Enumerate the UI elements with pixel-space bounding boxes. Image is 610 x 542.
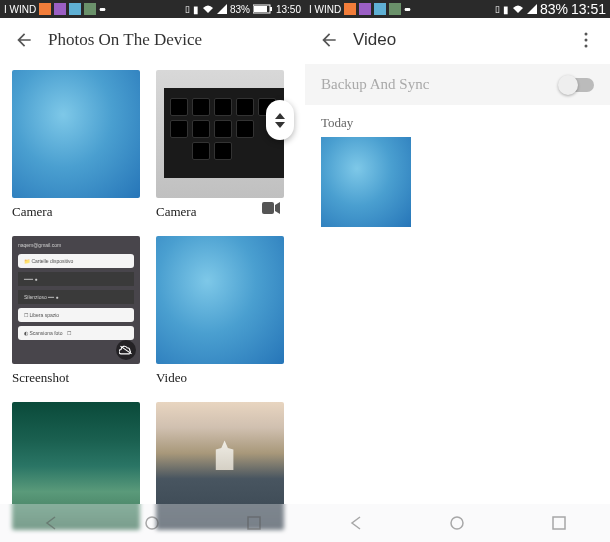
nfc-icon: ▯ (495, 4, 500, 14)
battery-percent: 83% (230, 4, 250, 15)
nav-recent-button[interactable] (539, 509, 579, 537)
video-badge-icon (262, 202, 280, 216)
clock: 13:51 (571, 1, 606, 17)
svg-rect-3 (262, 202, 274, 214)
svg-point-8 (585, 45, 588, 48)
chevron-down-icon (275, 122, 285, 128)
nav-home-button[interactable] (132, 509, 172, 537)
album-label: Screenshot (12, 370, 140, 386)
nav-back-button[interactable] (31, 509, 71, 537)
wifi-icon (512, 4, 524, 14)
vibrate-icon: ▮ (503, 4, 509, 15)
app-icon (54, 3, 66, 15)
album-thumbnail (156, 70, 284, 198)
app-icon (84, 3, 96, 15)
album-item[interactable]: Camera (156, 70, 284, 220)
more-notifications-icon: ••• (99, 4, 104, 15)
app-icon (344, 3, 356, 15)
navigation-bar (0, 504, 305, 542)
battery-icon (253, 4, 273, 14)
svg-point-7 (585, 39, 588, 42)
carrier-label: I WIND (309, 4, 341, 15)
carrier-label: I WIND (4, 4, 36, 15)
cloud-off-icon (116, 340, 136, 360)
app-bar: Photos On The Device (0, 18, 305, 62)
phone-right: I WIND ••• ▯ ▮ 83% 13:51 Video (305, 0, 610, 542)
app-icon (389, 3, 401, 15)
album-grid-container: Camera (0, 62, 305, 538)
back-button[interactable] (313, 24, 345, 56)
app-icon (374, 3, 386, 15)
more-vertical-icon (584, 32, 588, 48)
backup-sync-toggle[interactable] (560, 78, 594, 92)
nav-home-button[interactable] (437, 509, 477, 537)
svg-point-4 (146, 517, 158, 529)
backup-sync-label: Backup And Sync (321, 76, 429, 93)
vibrate-icon: ▮ (193, 4, 199, 15)
status-bar: I WIND ••• ▯ ▮ 83% 13:50 (0, 0, 305, 18)
navigation-bar (305, 504, 610, 542)
svg-rect-2 (270, 7, 272, 11)
more-notifications-icon: ••• (404, 4, 409, 15)
nfc-icon: ▯ (185, 4, 190, 14)
album-label: Video (156, 370, 284, 386)
album-item[interactable]: naqem@gmail.com 📁 Cartelle dispositivo ━… (12, 236, 140, 386)
album-thumbnail: naqem@gmail.com 📁 Cartelle dispositivo ━… (12, 236, 140, 364)
app-icon (69, 3, 81, 15)
video-thumbnail[interactable] (321, 137, 411, 227)
album-grid: Camera (12, 70, 293, 530)
page-title: Photos On The Device (48, 30, 202, 50)
svg-point-6 (585, 33, 588, 36)
album-thumbnail (156, 236, 284, 364)
svg-point-9 (451, 517, 463, 529)
album-item[interactable]: Video (156, 236, 284, 386)
backup-sync-row: Backup And Sync (305, 64, 610, 105)
app-bar: Video (305, 18, 610, 62)
battery-percent: 83% (540, 1, 568, 17)
svg-rect-5 (248, 517, 260, 529)
album-thumbnail (12, 70, 140, 198)
back-button[interactable] (8, 24, 40, 56)
album-label: Camera (12, 204, 140, 220)
app-icon (359, 3, 371, 15)
album-label: Camera (156, 204, 284, 220)
wifi-icon (202, 4, 214, 14)
more-options-button[interactable] (570, 24, 602, 56)
section-header: Today (305, 105, 610, 137)
svg-rect-10 (553, 517, 565, 529)
phone-left: I WIND ••• ▯ ▮ 83% 13:50 Pho (0, 0, 305, 542)
nav-back-button[interactable] (336, 509, 376, 537)
status-bar: I WIND ••• ▯ ▮ 83% 13:51 (305, 0, 610, 18)
signal-icon (217, 4, 227, 14)
page-title: Video (353, 30, 396, 50)
signal-icon (527, 4, 537, 14)
clock: 13:50 (276, 4, 301, 15)
scroll-control[interactable] (266, 100, 294, 140)
app-icon (39, 3, 51, 15)
chevron-up-icon (275, 113, 285, 119)
svg-rect-1 (254, 6, 267, 12)
album-item[interactable]: Camera (12, 70, 140, 220)
nav-recent-button[interactable] (234, 509, 274, 537)
